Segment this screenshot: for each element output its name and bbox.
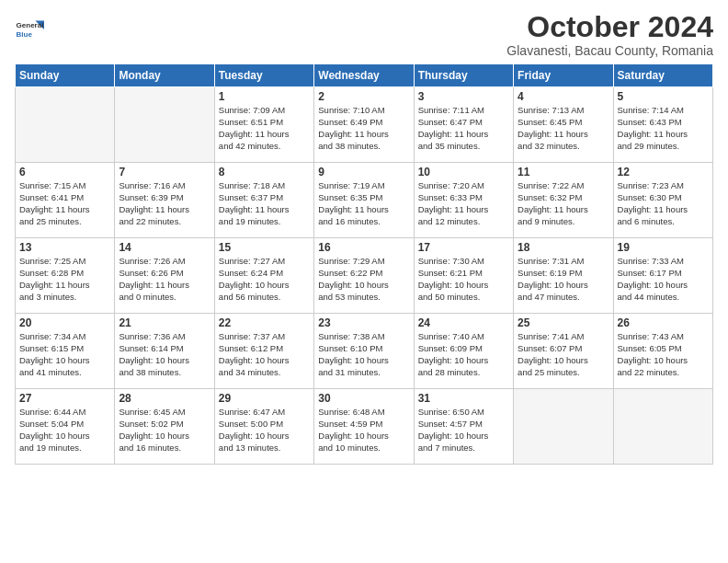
calendar-cell: 2Sunrise: 7:10 AM Sunset: 6:49 PM Daylig… <box>314 87 414 163</box>
cell-content: Sunrise: 7:18 AM Sunset: 6:37 PM Dayligh… <box>219 180 310 227</box>
cell-content: Sunrise: 7:29 AM Sunset: 6:22 PM Dayligh… <box>318 256 409 303</box>
calendar-cell: 14Sunrise: 7:26 AM Sunset: 6:26 PM Dayli… <box>115 238 214 314</box>
calendar-cell: 22Sunrise: 7:37 AM Sunset: 6:12 PM Dayli… <box>214 314 313 389</box>
cell-content: Sunrise: 7:27 AM Sunset: 6:24 PM Dayligh… <box>219 256 310 303</box>
day-number: 7 <box>119 166 210 178</box>
day-number: 15 <box>219 241 310 254</box>
cell-content: Sunrise: 7:36 AM Sunset: 6:14 PM Dayligh… <box>119 331 210 378</box>
calendar-cell: 30Sunrise: 6:48 AM Sunset: 4:59 PM Dayli… <box>314 389 414 465</box>
calendar-cell: 3Sunrise: 7:11 AM Sunset: 6:47 PM Daylig… <box>414 87 513 163</box>
calendar-cell: 10Sunrise: 7:20 AM Sunset: 6:33 PM Dayli… <box>414 163 513 238</box>
cell-content: Sunrise: 6:45 AM Sunset: 5:02 PM Dayligh… <box>119 407 210 454</box>
day-number: 27 <box>19 392 110 405</box>
day-number: 31 <box>418 392 509 405</box>
day-number: 23 <box>318 316 409 329</box>
day-number: 13 <box>19 241 110 254</box>
calendar-cell: 1Sunrise: 7:09 AM Sunset: 6:51 PM Daylig… <box>214 87 313 163</box>
weekday-header: Monday <box>115 64 214 87</box>
calendar-cell: 16Sunrise: 7:29 AM Sunset: 6:22 PM Dayli… <box>314 238 414 314</box>
calendar-week-row: 1Sunrise: 7:09 AM Sunset: 6:51 PM Daylig… <box>16 87 713 163</box>
calendar-week-row: 20Sunrise: 7:34 AM Sunset: 6:15 PM Dayli… <box>16 314 713 389</box>
day-number: 1 <box>219 90 310 103</box>
day-number: 2 <box>318 90 409 103</box>
weekday-header-row: SundayMondayTuesdayWednesdayThursdayFrid… <box>16 64 713 87</box>
day-number: 9 <box>318 166 409 178</box>
cell-content: Sunrise: 7:41 AM Sunset: 6:07 PM Dayligh… <box>518 331 609 378</box>
calendar-cell: 26Sunrise: 7:43 AM Sunset: 6:05 PM Dayli… <box>613 314 712 389</box>
day-number: 4 <box>518 90 609 103</box>
calendar-cell: 5Sunrise: 7:14 AM Sunset: 6:43 PM Daylig… <box>613 87 712 163</box>
day-number: 29 <box>219 392 310 405</box>
day-number: 19 <box>618 241 709 254</box>
calendar-cell <box>514 389 613 465</box>
cell-content: Sunrise: 7:14 AM Sunset: 6:43 PM Dayligh… <box>618 105 709 152</box>
calendar-cell: 11Sunrise: 7:22 AM Sunset: 6:32 PM Dayli… <box>514 163 613 238</box>
cell-content: Sunrise: 6:44 AM Sunset: 5:04 PM Dayligh… <box>19 407 110 454</box>
cell-content: Sunrise: 7:20 AM Sunset: 6:33 PM Dayligh… <box>418 180 509 227</box>
day-number: 24 <box>418 316 509 329</box>
weekday-header: Wednesday <box>314 64 414 87</box>
cell-content: Sunrise: 7:11 AM Sunset: 6:47 PM Dayligh… <box>418 105 509 152</box>
cell-content: Sunrise: 7:23 AM Sunset: 6:30 PM Dayligh… <box>618 180 709 227</box>
calendar-cell: 20Sunrise: 7:34 AM Sunset: 6:15 PM Dayli… <box>16 314 115 389</box>
cell-content: Sunrise: 7:31 AM Sunset: 6:19 PM Dayligh… <box>518 256 609 303</box>
month-title: October 2024 <box>506 11 713 43</box>
calendar-cell: 28Sunrise: 6:45 AM Sunset: 5:02 PM Dayli… <box>115 389 214 465</box>
day-number: 16 <box>318 241 409 254</box>
cell-content: Sunrise: 7:30 AM Sunset: 6:21 PM Dayligh… <box>418 256 509 303</box>
calendar-cell: 18Sunrise: 7:31 AM Sunset: 6:19 PM Dayli… <box>514 238 613 314</box>
weekday-header: Saturday <box>613 64 712 87</box>
calendar-cell <box>16 87 115 163</box>
day-number: 25 <box>518 316 609 329</box>
cell-content: Sunrise: 7:10 AM Sunset: 6:49 PM Dayligh… <box>318 105 409 152</box>
day-number: 5 <box>618 90 709 103</box>
calendar-week-row: 13Sunrise: 7:25 AM Sunset: 6:28 PM Dayli… <box>16 238 713 314</box>
calendar-cell: 31Sunrise: 6:50 AM Sunset: 4:57 PM Dayli… <box>414 389 513 465</box>
cell-content: Sunrise: 7:40 AM Sunset: 6:09 PM Dayligh… <box>418 331 509 378</box>
cell-content: Sunrise: 7:13 AM Sunset: 6:45 PM Dayligh… <box>518 105 609 152</box>
calendar-cell <box>115 87 214 163</box>
calendar-cell: 7Sunrise: 7:16 AM Sunset: 6:39 PM Daylig… <box>115 163 214 238</box>
cell-content: Sunrise: 7:19 AM Sunset: 6:35 PM Dayligh… <box>318 180 409 227</box>
day-number: 22 <box>219 316 310 329</box>
day-number: 30 <box>318 392 409 405</box>
weekday-header: Tuesday <box>214 64 313 87</box>
calendar-cell: 21Sunrise: 7:36 AM Sunset: 6:14 PM Dayli… <box>115 314 214 389</box>
calendar-cell: 25Sunrise: 7:41 AM Sunset: 6:07 PM Dayli… <box>514 314 613 389</box>
weekday-header: Friday <box>514 64 613 87</box>
day-number: 6 <box>19 166 110 178</box>
calendar-cell: 13Sunrise: 7:25 AM Sunset: 6:28 PM Dayli… <box>16 238 115 314</box>
weekday-header: Thursday <box>414 64 513 87</box>
calendar-cell: 8Sunrise: 7:18 AM Sunset: 6:37 PM Daylig… <box>214 163 313 238</box>
location-subtitle: Glavanesti, Bacau County, Romania <box>506 43 713 58</box>
day-number: 21 <box>119 316 210 329</box>
calendar-cell: 17Sunrise: 7:30 AM Sunset: 6:21 PM Dayli… <box>414 238 513 314</box>
cell-content: Sunrise: 6:48 AM Sunset: 4:59 PM Dayligh… <box>318 407 409 454</box>
svg-text:Blue: Blue <box>17 30 33 39</box>
logo-icon: General Blue <box>15 15 44 44</box>
cell-content: Sunrise: 7:15 AM Sunset: 6:41 PM Dayligh… <box>19 180 110 227</box>
cell-content: Sunrise: 7:33 AM Sunset: 6:17 PM Dayligh… <box>618 256 709 303</box>
title-block: October 2024 Glavanesti, Bacau County, R… <box>506 11 713 58</box>
calendar-cell: 12Sunrise: 7:23 AM Sunset: 6:30 PM Dayli… <box>613 163 712 238</box>
day-number: 3 <box>418 90 509 103</box>
cell-content: Sunrise: 7:38 AM Sunset: 6:10 PM Dayligh… <box>318 331 409 378</box>
calendar-cell: 4Sunrise: 7:13 AM Sunset: 6:45 PM Daylig… <box>514 87 613 163</box>
day-number: 26 <box>618 316 709 329</box>
day-number: 20 <box>19 316 110 329</box>
day-number: 18 <box>518 241 609 254</box>
calendar-cell: 19Sunrise: 7:33 AM Sunset: 6:17 PM Dayli… <box>613 238 712 314</box>
calendar-cell: 15Sunrise: 7:27 AM Sunset: 6:24 PM Dayli… <box>214 238 313 314</box>
day-number: 11 <box>518 166 609 178</box>
cell-content: Sunrise: 6:47 AM Sunset: 5:00 PM Dayligh… <box>219 407 310 454</box>
cell-content: Sunrise: 7:09 AM Sunset: 6:51 PM Dayligh… <box>219 105 310 152</box>
calendar-week-row: 27Sunrise: 6:44 AM Sunset: 5:04 PM Dayli… <box>16 389 713 465</box>
calendar-cell: 24Sunrise: 7:40 AM Sunset: 6:09 PM Dayli… <box>414 314 513 389</box>
calendar-cell: 27Sunrise: 6:44 AM Sunset: 5:04 PM Dayli… <box>16 389 115 465</box>
svg-text:General: General <box>17 21 44 29</box>
calendar-week-row: 6Sunrise: 7:15 AM Sunset: 6:41 PM Daylig… <box>16 163 713 238</box>
day-number: 17 <box>418 241 509 254</box>
cell-content: Sunrise: 7:34 AM Sunset: 6:15 PM Dayligh… <box>19 331 110 378</box>
calendar-cell: 9Sunrise: 7:19 AM Sunset: 6:35 PM Daylig… <box>314 163 414 238</box>
logo: General Blue <box>15 15 48 44</box>
